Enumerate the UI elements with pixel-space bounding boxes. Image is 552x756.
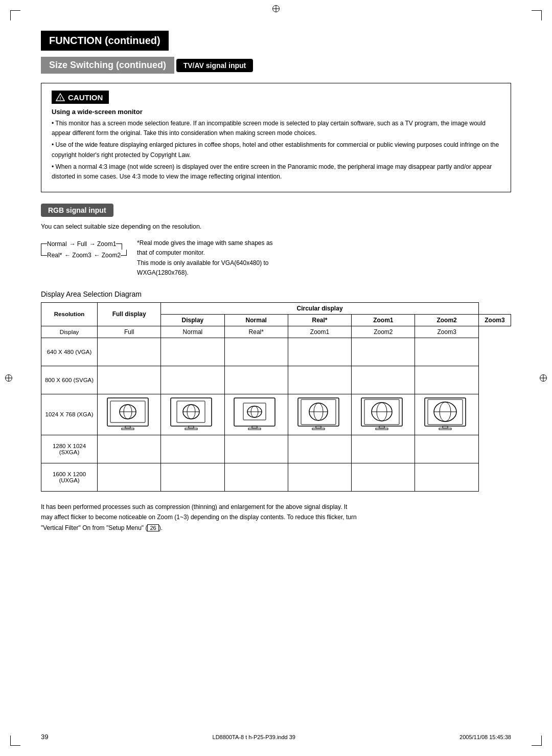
uxga-zoom3: [415, 463, 478, 491]
flow-note-line3: This mode is only available for VGA(640x…: [137, 258, 272, 268]
vga-real: [224, 338, 288, 366]
xga-real: [224, 394, 288, 435]
xga-normal: [161, 394, 224, 435]
monitor-real-icon: [233, 397, 279, 430]
flow-top-right-bracket: [116, 243, 122, 250]
zoom1-cell: Zoom1: [288, 326, 351, 338]
flow-note-line4: WXGA(1280x768).: [137, 268, 272, 278]
table-row: 1024 X 768 (XGA): [41, 394, 511, 435]
monitor-normal-icon: [170, 397, 216, 430]
uxga-real: [224, 463, 288, 491]
flow-diagram: Normal → Full → Zoom1 Real* ← Zoom3 ← Zo…: [41, 238, 127, 261]
flow-arrow-1: →: [70, 240, 76, 248]
resolution-uxga: 1600 X 1200 (UXGA): [41, 463, 98, 491]
uxga-zoom2: [352, 463, 415, 491]
bottom-line3: "Vertical Filter" On from "Setup Menu" (…: [41, 523, 511, 533]
xga-zoom1: [288, 394, 351, 435]
warning-triangle-icon: !: [56, 93, 65, 102]
sxga-normal: [161, 435, 224, 463]
zoom3-cell: Zoom3: [415, 326, 478, 338]
svg-rect-43: [439, 428, 451, 430]
caution-triangle-icon: !: [56, 93, 65, 102]
sxga-real: [224, 435, 288, 463]
resolution-label: Display: [41, 326, 98, 338]
vga-full: [98, 338, 161, 366]
flow-normal-label: Normal: [47, 240, 67, 248]
resolution-sxga: 1280 X 1024 (SXGA): [41, 435, 98, 463]
col-resolution: Resolution: [41, 302, 98, 326]
real-cell: Real*: [224, 326, 288, 338]
flow-arrow-3: ←: [64, 252, 71, 259]
footer-date: 2005/11/08 15:45:38: [459, 734, 511, 740]
col-full-display: Full display: [98, 302, 161, 326]
caution-box: ! CAUTION Using a wide-screen monitor Th…: [41, 83, 511, 192]
flow-note: *Real mode gives the image with same sha…: [137, 238, 272, 278]
flow-zoom3-label: Zoom3: [72, 252, 91, 259]
table-row: 1280 X 1024 (SXGA): [41, 435, 511, 463]
flow-zoom2-label: Zoom2: [102, 252, 121, 259]
size-switching-header: Size Switching (continued): [41, 57, 174, 74]
caution-badge: ! CAUTION: [52, 91, 109, 104]
sxga-full: [98, 435, 161, 463]
vga-normal: [161, 338, 224, 366]
flow-bottom-right-bracket: [121, 250, 127, 256]
caution-bullet-2: Use of the wide feature displaying enlar…: [52, 140, 500, 160]
vga-zoom1: [288, 338, 351, 366]
monitor-full-icon: [106, 397, 152, 430]
xga-zoom3: [415, 394, 478, 435]
sxga-zoom3: [415, 435, 478, 463]
uxga-normal: [161, 463, 224, 491]
bottom-line2: may affect flicker to become noticeable …: [41, 512, 511, 522]
caution-title-row: ! CAUTION: [52, 91, 500, 104]
svga-normal: [161, 366, 224, 394]
uxga-full: [98, 463, 161, 491]
caution-label: CAUTION: [68, 93, 103, 102]
svga-full: [98, 366, 161, 394]
uxga-zoom1: [288, 463, 351, 491]
subheader-display: Display: [161, 314, 224, 326]
xga-zoom2: [352, 394, 415, 435]
rgb-header: RGB signal input: [41, 204, 113, 217]
flow-note-line1: *Real mode gives the image with same sha…: [137, 238, 272, 248]
xga-full: [98, 394, 161, 435]
resolution-vga: 640 X 480 (VGA): [41, 338, 98, 366]
full-cell: Full: [98, 326, 161, 338]
tv-av-header: TV/AV signal input: [176, 59, 254, 72]
function-header: FUNCTION (continued): [41, 31, 169, 51]
table-row: 640 X 480 (VGA): [41, 338, 511, 366]
svga-zoom3: [415, 366, 478, 394]
svga-real: [224, 366, 288, 394]
flow-real-label: Real*: [47, 252, 62, 259]
monitor-zoom1-icon: [297, 397, 343, 430]
table-row: 1600 X 1200 (UXGA): [41, 463, 511, 491]
svg-rect-22: [248, 428, 261, 430]
zoom2-cell: Zoom2: [352, 326, 415, 338]
bottom-text: It has been performed processes such as …: [41, 502, 511, 533]
table-row: 800 X 600 (SVGA): [41, 366, 511, 394]
svga-zoom2: [352, 366, 415, 394]
resolution-svga: 800 X 600 (SVGA): [41, 366, 98, 394]
flow-bottom-left-bracket: [41, 250, 47, 256]
svg-rect-15: [185, 428, 197, 430]
svg-rect-36: [376, 428, 388, 430]
flow-note-line2: that of computer monitor.: [137, 248, 272, 258]
flow-diagram-container: Normal → Full → Zoom1 Real* ← Zoom3 ← Zo…: [41, 238, 511, 278]
flow-arrow-4: ←: [94, 252, 100, 259]
subheader-zoom1: Zoom1: [352, 314, 415, 326]
svg-rect-8: [122, 428, 134, 430]
normal-cell: Normal: [161, 326, 224, 338]
display-area-title: Display Area Selection Diagram: [41, 290, 511, 298]
caution-subheading: Using a wide-screen monitor: [52, 108, 500, 116]
subheader-zoom3: Zoom3: [478, 314, 511, 326]
svg-text:!: !: [60, 96, 61, 101]
footer-file: LD8800TA-8 t h-P25-P39.indd 39: [213, 734, 295, 740]
sxga-zoom2: [352, 435, 415, 463]
display-area-table: Resolution Full display Circular display…: [41, 302, 511, 492]
flow-arrow-2: →: [89, 240, 96, 248]
vga-zoom3: [415, 338, 478, 366]
table-row: Display Full Normal Real* Zoom1 Zoom2 Zo…: [41, 326, 511, 338]
flow-top-left-bracket: [41, 243, 47, 250]
subheader-real: Real*: [288, 314, 351, 326]
resolution-xga: 1024 X 768 (XGA): [41, 394, 98, 435]
monitor-zoom3-icon: [424, 397, 470, 430]
